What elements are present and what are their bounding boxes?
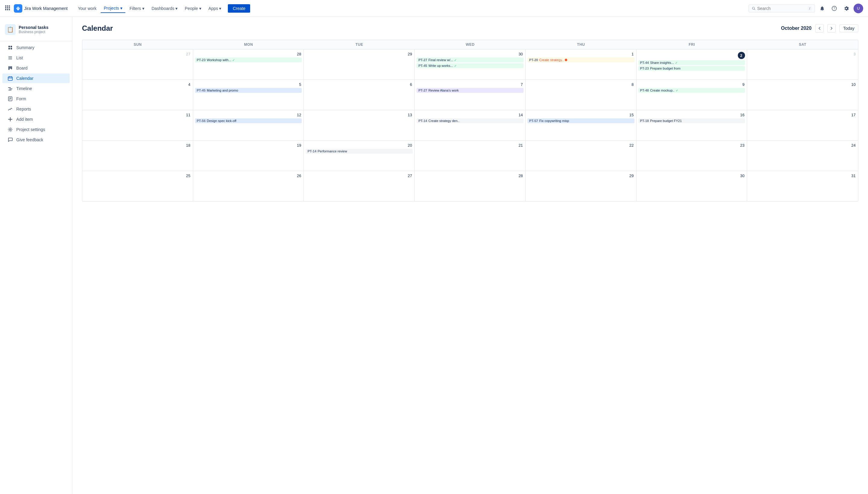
nav-apps[interactable]: Apps ▾ (206, 4, 224, 13)
event-pill-2-3-0[interactable]: PT-14Create strategy den.. (417, 118, 523, 123)
reports-icon (7, 107, 13, 111)
event-pill-2-4-0[interactable]: PT-57Fix copywriting misp (528, 118, 634, 123)
event-pill-0-4-0[interactable]: PT-20Create strategy.. (528, 58, 634, 62)
calendar-cell-4-5[interactable]: 30 (636, 171, 747, 201)
event-pill-1-3-0[interactable]: PT-27Review Alana's work (417, 88, 523, 93)
calendar-cell-2-1[interactable]: 12PT-56Design spec kick-off (193, 110, 304, 140)
search-input[interactable] (757, 6, 806, 11)
calendar-cell-2-5[interactable]: 16PT-18Prepare budget FY21 (636, 110, 747, 140)
search-icon (752, 6, 755, 11)
cell-date-3-6: 24 (749, 143, 856, 148)
calendar-cell-0-0[interactable]: 27 (82, 50, 193, 79)
calendar-header: Calendar October 2020 Today (82, 24, 858, 33)
svg-rect-2 (9, 5, 10, 7)
cell-date-2-3: 14 (417, 113, 523, 117)
calendar-cell-4-1[interactable]: 26 (193, 171, 304, 201)
event-pill-0-5-0[interactable]: PT-44Share insights...✓ (638, 60, 745, 65)
app-logo[interactable]: Jira Work Management (14, 4, 68, 13)
search-box[interactable]: / (749, 4, 815, 12)
user-avatar[interactable]: U (853, 4, 863, 13)
calendar-cell-3-1[interactable]: 19 (193, 141, 304, 171)
calendar-cell-3-6[interactable]: 24 (747, 141, 858, 171)
event-pill-0-5-1[interactable]: PT-23Prepare budget from (638, 66, 745, 71)
nav-your-work[interactable]: Your work (75, 4, 99, 13)
event-pill-2-5-0[interactable]: PT-18Prepare budget FY21 (638, 118, 745, 123)
sidebar-item-add-item[interactable]: Add item (2, 114, 70, 124)
calendar-cell-0-5[interactable]: 2PT-44Share insights...✓PT-23Prepare bud… (636, 50, 747, 79)
sidebar-item-calendar[interactable]: Calendar (2, 74, 70, 83)
event-pill-0-1-0[interactable]: PT-23Workshop with...✓ (195, 58, 302, 62)
day-header-tue: TUE (304, 40, 415, 49)
svg-rect-6 (5, 9, 6, 10)
calendar-navigation: October 2020 Today (781, 24, 858, 33)
calendar-cell-0-6[interactable]: 3 (747, 50, 858, 79)
calendar-cell-3-2[interactable]: 20PT-14Performance review (304, 141, 415, 171)
cell-date-4-0: 25 (84, 173, 191, 178)
check-icon: ✓ (233, 58, 235, 62)
sidebar-item-form[interactable]: Form (2, 94, 70, 103)
sidebar-item-give-feedback[interactable]: Give feedback (2, 135, 70, 145)
calendar-cell-0-1[interactable]: 28PT-23Workshop with...✓ (193, 50, 304, 79)
next-month-button[interactable] (827, 24, 836, 33)
event-pill-3-2-0[interactable]: PT-14Performance review (306, 149, 412, 154)
create-button[interactable]: Create (228, 4, 250, 13)
nav-filters[interactable]: Filters ▾ (127, 4, 147, 13)
sidebar-item-timeline[interactable]: Timeline (2, 84, 70, 93)
calendar-cell-1-5[interactable]: 9PT-48Create mockup..✓ (636, 80, 747, 110)
notifications-button[interactable] (817, 4, 827, 13)
calendar-cell-1-2[interactable]: 6 (304, 80, 415, 110)
event-pill-2-1-0[interactable]: PT-56Design spec kick-off (195, 118, 302, 123)
calendar-cell-1-4[interactable]: 8 (525, 80, 636, 110)
summary-icon (7, 45, 13, 50)
calendar-cell-2-0[interactable]: 11 (82, 110, 193, 140)
calendar-cell-1-6[interactable]: 10 (747, 80, 858, 110)
nav-people[interactable]: People ▾ (182, 4, 204, 13)
calendar-cell-4-6[interactable]: 31 (747, 171, 858, 201)
settings-button[interactable] (842, 4, 851, 13)
calendar-cell-1-1[interactable]: 5PT-45Marketing and promo (193, 80, 304, 110)
event-pill-1-1-0[interactable]: PT-45Marketing and promo (195, 88, 302, 93)
sidebar-item-reports-label: Reports (16, 107, 31, 111)
sidebar-item-list[interactable]: List (2, 53, 70, 63)
calendar-cell-2-4[interactable]: 15PT-57Fix copywriting misp (525, 110, 636, 140)
sidebar-item-project-settings[interactable]: Project settings (2, 125, 70, 134)
calendar-cell-0-3[interactable]: 30PT-27Final review w/...✓PT-45Write up … (415, 50, 525, 79)
sidebar-item-board[interactable]: Board (2, 63, 70, 73)
nav-projects[interactable]: Projects ▾ (101, 4, 125, 13)
calendar-cell-2-3[interactable]: 14PT-14Create strategy den.. (415, 110, 525, 140)
cell-events-0-4: PT-20Create strategy.. (528, 58, 634, 62)
calendar-cell-0-2[interactable]: 29 (304, 50, 415, 79)
calendar-cell-2-6[interactable]: 17 (747, 110, 858, 140)
sidebar-item-summary[interactable]: Summary (2, 43, 70, 52)
calendar-cell-4-0[interactable]: 25 (82, 171, 193, 201)
calendar-cell-4-4[interactable]: 29 (525, 171, 636, 201)
event-pill-1-5-0[interactable]: PT-48Create mockup..✓ (638, 88, 745, 93)
sidebar-item-reports[interactable]: Reports (2, 104, 70, 114)
calendar-cell-1-3[interactable]: 7PT-27Review Alana's work (415, 80, 525, 110)
calendar-cell-3-3[interactable]: 21 (415, 141, 525, 171)
cell-date-1-5: 9 (638, 82, 745, 87)
day-header-sun: SUN (82, 40, 193, 49)
calendar-cell-2-2[interactable]: 13 (304, 110, 415, 140)
prev-month-button[interactable] (815, 24, 824, 33)
calendar-cell-3-0[interactable]: 18 (82, 141, 193, 171)
calendar-cell-4-2[interactable]: 27 (304, 171, 415, 201)
calendar-cell-0-4[interactable]: 1PT-20Create strategy.. (525, 50, 636, 79)
cell-date-3-5: 23 (638, 143, 745, 148)
sidebar-item-give-feedback-label: Give feedback (16, 137, 43, 142)
svg-rect-16 (11, 48, 12, 50)
cell-date-2-1: 12 (195, 113, 302, 117)
event-pill-0-3-0[interactable]: PT-27Final review w/...✓ (417, 58, 523, 62)
help-button[interactable]: ? (829, 4, 839, 13)
grid-icon[interactable] (5, 5, 10, 12)
event-pill-0-3-1[interactable]: PT-45Write up works...✓ (417, 63, 523, 68)
cell-date-1-2: 6 (306, 82, 412, 87)
calendar-cell-3-5[interactable]: 23 (636, 141, 747, 171)
svg-rect-7 (7, 9, 8, 10)
nav-dashboards[interactable]: Dashboards ▾ (149, 4, 181, 13)
today-button[interactable]: Today (839, 24, 858, 32)
svg-point-36 (10, 129, 11, 130)
calendar-cell-3-4[interactable]: 22 (525, 141, 636, 171)
calendar-cell-1-0[interactable]: 4 (82, 80, 193, 110)
calendar-cell-4-3[interactable]: 28 (415, 171, 525, 201)
